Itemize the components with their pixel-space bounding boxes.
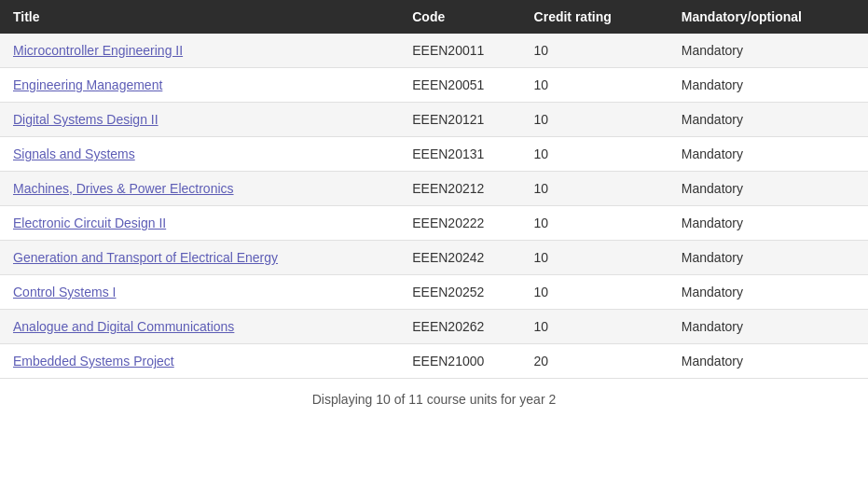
- cell-mandatory: Mandatory: [668, 68, 868, 103]
- cell-code: EEEN20131: [399, 137, 520, 172]
- cell-credit: 10: [521, 68, 668, 103]
- cell-title: Control Systems I: [0, 275, 399, 310]
- cell-mandatory: Mandatory: [668, 275, 868, 310]
- cell-code: EEEN20212: [399, 172, 520, 206]
- cell-mandatory: Mandatory: [668, 241, 868, 275]
- course-link[interactable]: Engineering Management: [13, 77, 162, 92]
- cell-mandatory: Mandatory: [668, 103, 868, 137]
- course-link[interactable]: Control Systems I: [13, 285, 116, 299]
- course-link[interactable]: Embedded Systems Project: [13, 354, 174, 369]
- cell-code: EEEN21000: [399, 344, 520, 379]
- table-row: Microcontroller Engineering IIEEEN200111…: [0, 34, 868, 68]
- cell-credit: 10: [521, 34, 668, 68]
- header-mandatory: Mandatory/optional: [668, 0, 868, 34]
- cell-title: Generation and Transport of Electrical E…: [0, 241, 399, 275]
- table-row: Control Systems IEEEN2025210Mandatory: [0, 275, 868, 310]
- cell-credit: 10: [521, 275, 668, 310]
- table-row: Digital Systems Design IIEEEN2012110Mand…: [0, 103, 868, 137]
- cell-mandatory: Mandatory: [668, 34, 868, 68]
- cell-code: EEEN20222: [399, 206, 520, 241]
- header-title: Title: [0, 0, 399, 34]
- cell-code: EEEN20252: [399, 275, 520, 310]
- table-row: Engineering ManagementEEEN2005110Mandato…: [0, 68, 868, 103]
- cell-title: Embedded Systems Project: [0, 344, 399, 379]
- course-link[interactable]: Analogue and Digital Communications: [13, 319, 234, 334]
- table-row: Generation and Transport of Electrical E…: [0, 241, 868, 275]
- course-link[interactable]: Microcontroller Engineering II: [13, 43, 183, 58]
- cell-mandatory: Mandatory: [668, 137, 868, 172]
- cell-title: Signals and Systems: [0, 137, 399, 172]
- cell-credit: 10: [521, 137, 668, 172]
- cell-code: EEEN20121: [399, 103, 520, 137]
- table-row: Analogue and Digital CommunicationsEEEN2…: [0, 310, 868, 344]
- cell-title: Engineering Management: [0, 68, 399, 103]
- cell-credit: 10: [521, 206, 668, 241]
- course-link[interactable]: Electronic Circuit Design II: [13, 216, 166, 230]
- cell-credit: 10: [521, 241, 668, 275]
- cell-code: EEEN20242: [399, 241, 520, 275]
- course-table-container: Title Code Credit rating Mandatory/optio…: [0, 0, 868, 420]
- cell-title: Analogue and Digital Communications: [0, 310, 399, 344]
- cell-title: Microcontroller Engineering II: [0, 34, 399, 68]
- table-row: Machines, Drives & Power ElectronicsEEEN…: [0, 172, 868, 206]
- cell-code: EEEN20051: [399, 68, 520, 103]
- cell-title: Digital Systems Design II: [0, 103, 399, 137]
- cell-mandatory: Mandatory: [668, 344, 868, 379]
- cell-mandatory: Mandatory: [668, 206, 868, 241]
- cell-mandatory: Mandatory: [668, 172, 868, 206]
- cell-credit: 10: [521, 310, 668, 344]
- table-header-row: Title Code Credit rating Mandatory/optio…: [0, 0, 868, 34]
- table-row: Signals and SystemsEEEN2013110Mandatory: [0, 137, 868, 172]
- table-footer: Displaying 10 of 11 course units for yea…: [0, 379, 868, 420]
- cell-code: EEEN20011: [399, 34, 520, 68]
- cell-credit: 10: [521, 103, 668, 137]
- cell-credit: 10: [521, 172, 668, 206]
- course-link[interactable]: Digital Systems Design II: [13, 112, 158, 127]
- cell-title: Electronic Circuit Design II: [0, 206, 399, 241]
- header-credit: Credit rating: [521, 0, 668, 34]
- course-link[interactable]: Signals and Systems: [13, 146, 135, 161]
- cell-credit: 20: [521, 344, 668, 379]
- course-link[interactable]: Generation and Transport of Electrical E…: [13, 250, 278, 265]
- cell-code: EEEN20262: [399, 310, 520, 344]
- table-row: Electronic Circuit Design IIEEEN2022210M…: [0, 206, 868, 241]
- course-table: Title Code Credit rating Mandatory/optio…: [0, 0, 868, 379]
- header-code: Code: [399, 0, 520, 34]
- course-link[interactable]: Machines, Drives & Power Electronics: [13, 181, 234, 196]
- cell-mandatory: Mandatory: [668, 310, 868, 344]
- cell-title: Machines, Drives & Power Electronics: [0, 172, 399, 206]
- table-row: Embedded Systems ProjectEEEN2100020Manda…: [0, 344, 868, 379]
